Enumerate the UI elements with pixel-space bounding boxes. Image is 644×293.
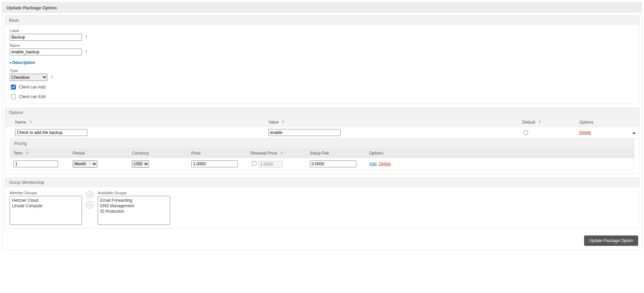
group-membership-title: Group Membership bbox=[5, 178, 639, 187]
pricing-delete-link[interactable]: Delete bbox=[379, 161, 391, 166]
help-icon[interactable]: ? bbox=[29, 120, 31, 124]
update-package-option-button[interactable]: Update Package Option bbox=[584, 236, 638, 246]
option-value-input[interactable] bbox=[268, 129, 341, 136]
term-input[interactable] bbox=[13, 160, 58, 167]
list-item[interactable]: Linode Compute bbox=[11, 203, 80, 209]
price-input[interactable] bbox=[191, 160, 238, 167]
list-item[interactable]: DNS Management bbox=[99, 203, 168, 209]
client-can-edit-checkbox[interactable] bbox=[11, 94, 16, 99]
chevron-up-icon[interactable] bbox=[632, 132, 636, 134]
options-section: Options Name ? Val bbox=[4, 107, 640, 174]
basic-section-title: Basic bbox=[5, 15, 639, 25]
pricing-section-title: Pricing bbox=[10, 139, 634, 149]
options-header-value: Value bbox=[268, 120, 279, 125]
renewal-enable-checkbox[interactable] bbox=[252, 161, 256, 166]
setup-input[interactable] bbox=[310, 160, 356, 167]
help-icon[interactable]: ? bbox=[282, 120, 284, 124]
options-header-options: Options bbox=[579, 120, 593, 125]
list-item[interactable]: Email Forwarding bbox=[99, 198, 168, 203]
pricing-header-options: Options bbox=[369, 151, 383, 156]
footer: Update Package Option bbox=[4, 232, 640, 247]
help-icon[interactable]: ? bbox=[538, 120, 540, 124]
help-icon[interactable]: ? bbox=[85, 35, 87, 39]
description-toggle[interactable]: Description bbox=[10, 60, 35, 65]
help-icon[interactable]: ? bbox=[281, 151, 283, 155]
label-field-label: Label bbox=[10, 29, 634, 33]
pricing-add-link[interactable]: Add bbox=[369, 161, 376, 166]
period-select[interactable]: Month bbox=[73, 160, 97, 168]
table-row: Delete bbox=[5, 127, 639, 138]
options-header-name: Name bbox=[15, 120, 26, 125]
option-default-checkbox[interactable] bbox=[524, 130, 528, 135]
currency-select[interactable]: USD bbox=[132, 160, 149, 168]
available-groups-listbox[interactable]: Email Forwarding DNS Management ID Prote… bbox=[98, 196, 170, 225]
move-right-button[interactable]: › bbox=[86, 201, 94, 209]
list-item[interactable]: ID Protection bbox=[99, 209, 168, 214]
help-icon[interactable]: ? bbox=[85, 50, 87, 54]
label-input[interactable] bbox=[10, 34, 82, 41]
pricing-header-term: Term bbox=[13, 151, 23, 156]
member-groups-label: Member Groups bbox=[10, 191, 82, 195]
pricing-header-setup: Setup Fee bbox=[310, 151, 329, 156]
options-header-default: Default bbox=[522, 120, 535, 125]
pricing-header-renewal: Renewal Price bbox=[251, 151, 277, 156]
type-field-label: Type bbox=[10, 69, 634, 73]
member-groups-listbox[interactable]: Hetzner Cloud Linode Compute bbox=[10, 196, 82, 225]
option-delete-link[interactable]: Delete bbox=[579, 130, 591, 135]
option-name-input[interactable] bbox=[15, 129, 87, 136]
help-icon[interactable]: ? bbox=[26, 151, 28, 155]
options-section-title: Options bbox=[5, 108, 639, 117]
name-input[interactable] bbox=[10, 49, 82, 55]
pricing-section: Pricing Term ? Period bbox=[10, 138, 634, 170]
update-package-option-panel: Update Package Option Basic Label ? Name… bbox=[2, 2, 642, 250]
options-table: Name ? Value ? Default ? Options bbox=[5, 117, 639, 138]
pricing-header-currency: Currency bbox=[132, 151, 149, 156]
available-groups-label: Available Groups bbox=[98, 191, 170, 195]
help-icon[interactable]: ? bbox=[51, 75, 53, 80]
renewal-input bbox=[258, 161, 283, 168]
pricing-header-period: Period bbox=[73, 151, 85, 156]
move-left-button[interactable]: ‹ bbox=[86, 191, 94, 198]
client-can-edit-label: Client can Edit bbox=[19, 94, 45, 99]
name-field-label: Name bbox=[10, 43, 634, 48]
panel-title: Update Package Option bbox=[2, 2, 642, 13]
client-can-add-checkbox[interactable] bbox=[11, 85, 16, 90]
table-row: Month USD bbox=[10, 158, 634, 170]
client-can-add-label: Client can Add bbox=[19, 85, 45, 90]
list-item[interactable]: Hetzner Cloud bbox=[11, 198, 80, 203]
group-membership-section: Group Membership Member Groups Hetzner C… bbox=[4, 177, 640, 229]
pricing-header-price: Price bbox=[191, 151, 201, 156]
type-select[interactable]: Checkbox bbox=[10, 74, 47, 81]
pricing-table: Term ? Period Currency Price Renewal Pri… bbox=[10, 149, 634, 170]
basic-section: Basic Label ? Name ? Description Type Ch… bbox=[4, 15, 640, 104]
